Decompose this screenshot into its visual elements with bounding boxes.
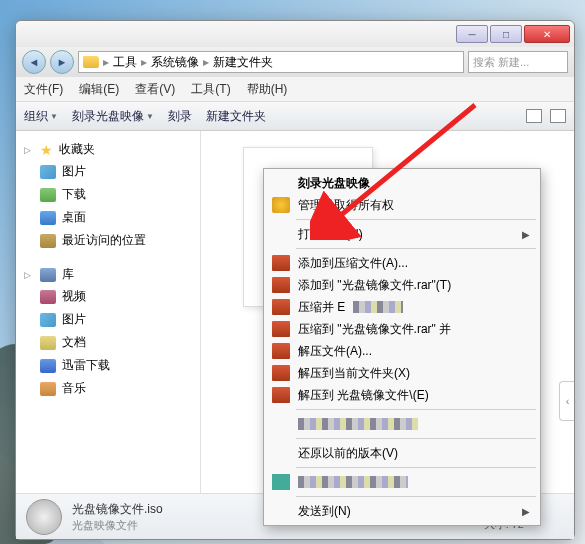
chevron-right-icon: ▶ xyxy=(522,229,530,240)
status-filetype: 光盘映像文件 xyxy=(72,518,163,533)
rar-icon xyxy=(272,277,290,293)
sidebar-item-documents[interactable]: 文档 xyxy=(16,331,200,354)
sidebar-item-music[interactable]: 音乐 xyxy=(16,377,200,400)
address-bar: ◄ ► ▸ 工具 ▸ 系统镜像 ▸ 新建文件夹 搜索 新建... xyxy=(16,47,574,77)
sidebar-item-recent[interactable]: 最近访问的位置 xyxy=(16,229,200,252)
desktop-icon xyxy=(40,211,56,225)
menu-help[interactable]: 帮助(H) xyxy=(247,81,288,98)
app-icon xyxy=(272,474,290,490)
context-menu: 刻录光盘映像 管理员取得所有权 打开方式(H)▶ 添加到压缩文件(A)... 添… xyxy=(263,168,541,526)
separator xyxy=(296,496,536,497)
ctx-blurred-2[interactable] xyxy=(266,471,538,493)
search-input[interactable]: 搜索 新建... xyxy=(468,51,568,73)
toolbar-new-folder[interactable]: 新建文件夹 xyxy=(206,108,266,125)
separator xyxy=(296,467,536,468)
toolbar: 组织▼ 刻录光盘映像▼ 刻录 新建文件夹 xyxy=(16,101,574,131)
blurred-text xyxy=(298,476,408,488)
document-icon xyxy=(40,336,56,350)
thunder-icon xyxy=(40,359,56,373)
sidebar-item-desktop[interactable]: 桌面 xyxy=(16,206,200,229)
ctx-burn-image[interactable]: 刻录光盘映像 xyxy=(266,172,538,194)
blank-icon xyxy=(272,503,290,519)
ctx-blurred-1[interactable] xyxy=(266,413,538,435)
ctx-add-rar[interactable]: 添加到 "光盘镜像文件.rar"(T) xyxy=(266,274,538,296)
sidebar-libraries-header[interactable]: ▷ 库 xyxy=(16,264,200,285)
sidebar-item-pictures[interactable]: 图片 xyxy=(16,160,200,183)
minimize-button[interactable]: ─ xyxy=(456,25,488,43)
sidebar: ▷★ 收藏夹 图片 下载 桌面 最近访问的位置 ▷ 库 视频 图片 文档 迅雷下… xyxy=(16,131,201,493)
ctx-extract-to[interactable]: 解压到 光盘镜像文件\(E) xyxy=(266,384,538,406)
blank-icon xyxy=(272,416,290,432)
shield-icon xyxy=(272,197,290,213)
ctx-extract[interactable]: 解压文件(A)... xyxy=(266,340,538,362)
sidebar-item-downloads[interactable]: 下载 xyxy=(16,183,200,206)
breadcrumb-1[interactable]: 工具 xyxy=(113,54,137,71)
forward-button[interactable]: ► xyxy=(50,50,74,74)
sidebar-item-thunder[interactable]: 迅雷下载 xyxy=(16,354,200,377)
blurred-text xyxy=(298,418,418,430)
blank-icon xyxy=(272,445,290,461)
star-icon: ★ xyxy=(40,142,53,158)
ctx-compress-email[interactable]: 压缩并 E xyxy=(266,296,538,318)
menu-tools[interactable]: 工具(T) xyxy=(191,81,230,98)
view-options-button[interactable] xyxy=(526,109,542,123)
chevron-right-icon: ▶ xyxy=(522,506,530,517)
sidebar-favorites-header[interactable]: ▷★ 收藏夹 xyxy=(16,139,200,160)
separator xyxy=(296,438,536,439)
blank-icon xyxy=(272,226,290,242)
toolbar-burn-image[interactable]: 刻录光盘映像▼ xyxy=(72,108,154,125)
rar-icon xyxy=(272,343,290,359)
address-field[interactable]: ▸ 工具 ▸ 系统镜像 ▸ 新建文件夹 xyxy=(78,51,464,73)
disc-icon xyxy=(26,499,62,535)
menu-edit[interactable]: 编辑(E) xyxy=(79,81,119,98)
ctx-add-archive[interactable]: 添加到压缩文件(A)... xyxy=(266,252,538,274)
ctx-send-to[interactable]: 发送到(N)▶ xyxy=(266,500,538,522)
close-button[interactable]: ✕ xyxy=(524,25,570,43)
blurred-text xyxy=(353,301,403,313)
menu-file[interactable]: 文件(F) xyxy=(24,81,63,98)
rar-icon xyxy=(272,321,290,337)
breadcrumb-3[interactable]: 新建文件夹 xyxy=(213,54,273,71)
menu-bar: 文件(F) 编辑(E) 查看(V) 工具(T) 帮助(H) xyxy=(16,77,574,101)
sidebar-item-videos[interactable]: 视频 xyxy=(16,285,200,308)
ctx-extract-here[interactable]: 解压到当前文件夹(X) xyxy=(266,362,538,384)
ctx-restore-versions[interactable]: 还原以前的版本(V) xyxy=(266,442,538,464)
library-icon xyxy=(40,268,56,282)
pictures-icon xyxy=(40,313,56,327)
video-icon xyxy=(40,290,56,304)
download-icon xyxy=(40,188,56,202)
folder-icon xyxy=(83,56,99,68)
separator xyxy=(296,248,536,249)
rar-icon xyxy=(272,387,290,403)
sidebar-item-pics-lib[interactable]: 图片 xyxy=(16,308,200,331)
separator xyxy=(296,219,536,220)
rar-icon xyxy=(272,299,290,315)
pictures-icon xyxy=(40,165,56,179)
rar-icon xyxy=(272,255,290,271)
titlebar: ─ □ ✕ xyxy=(16,21,574,47)
side-tab[interactable]: ‹ xyxy=(559,381,574,421)
toolbar-organize[interactable]: 组织▼ xyxy=(24,108,58,125)
recent-icon xyxy=(40,234,56,248)
preview-pane-button[interactable] xyxy=(550,109,566,123)
back-button[interactable]: ◄ xyxy=(22,50,46,74)
ctx-open-with[interactable]: 打开方式(H)▶ xyxy=(266,223,538,245)
toolbar-burn[interactable]: 刻录 xyxy=(168,108,192,125)
music-icon xyxy=(40,382,56,396)
blank-icon xyxy=(272,175,290,191)
ctx-admin-owner[interactable]: 管理员取得所有权 xyxy=(266,194,538,216)
rar-icon xyxy=(272,365,290,381)
status-filename: 光盘镜像文件.iso xyxy=(72,501,163,518)
breadcrumb-2[interactable]: 系统镜像 xyxy=(151,54,199,71)
menu-view[interactable]: 查看(V) xyxy=(135,81,175,98)
ctx-compress-to[interactable]: 压缩到 "光盘镜像文件.rar" 并 xyxy=(266,318,538,340)
separator xyxy=(296,409,536,410)
maximize-button[interactable]: □ xyxy=(490,25,522,43)
